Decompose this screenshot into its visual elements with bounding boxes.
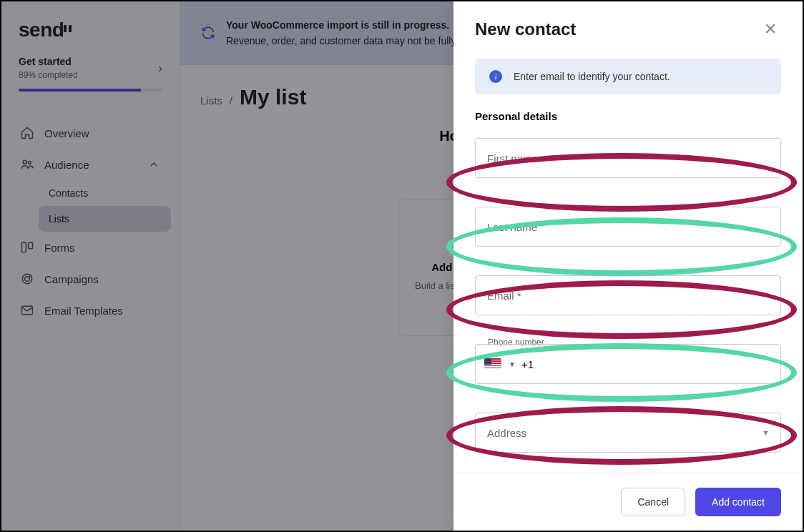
last-name-input[interactable] xyxy=(475,207,781,247)
email-field-wrap xyxy=(475,275,781,315)
panel-body: i Enter email to identify your contact. … xyxy=(454,53,803,473)
section-personal-details: Personal details xyxy=(475,110,781,122)
add-contact-button[interactable]: Add contact xyxy=(695,488,781,516)
panel-footer: Cancel Add contact xyxy=(454,473,803,531)
phone-field-wrap: Phone number ▼ xyxy=(475,344,781,384)
info-box: i Enter email to identify your contact. xyxy=(475,59,781,94)
cancel-button[interactable]: Cancel xyxy=(621,488,685,516)
close-icon: ✕ xyxy=(764,20,777,38)
first-name-input[interactable] xyxy=(475,138,781,178)
address-field-wrap: Address ▼ xyxy=(475,413,781,453)
phone-input[interactable] xyxy=(521,358,772,370)
panel-title: New contact xyxy=(475,19,576,39)
close-button[interactable]: ✕ xyxy=(760,16,781,43)
first-name-field-wrap xyxy=(475,138,781,178)
address-select[interactable]: Address xyxy=(475,413,781,453)
panel-header: New contact ✕ xyxy=(454,1,803,53)
email-input[interactable] xyxy=(475,275,781,315)
flag-us-icon[interactable] xyxy=(484,358,501,370)
info-text: Enter email to identify your contact. xyxy=(514,71,670,82)
last-name-field-wrap xyxy=(475,207,781,247)
caret-down-icon[interactable]: ▼ xyxy=(509,360,516,368)
info-icon: i xyxy=(489,70,502,83)
new-contact-panel: New contact ✕ i Enter email to identify … xyxy=(454,1,803,531)
